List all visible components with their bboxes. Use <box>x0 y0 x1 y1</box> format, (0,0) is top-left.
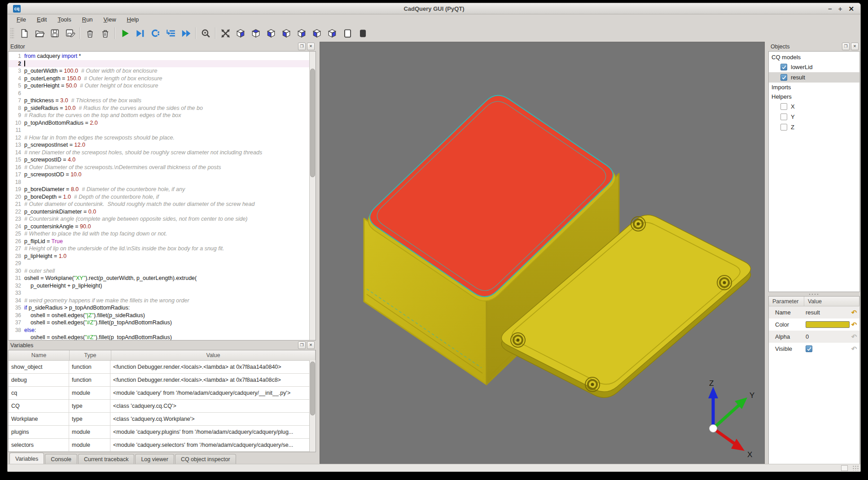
code-line[interactable]: 29 <box>9 260 310 267</box>
tab-log-viewer[interactable]: Log viewer <box>135 454 174 464</box>
code-line[interactable]: 2 <box>9 60 310 68</box>
code-line[interactable]: 31oshell = Workplane("XY").rect(p_outerW… <box>9 275 310 282</box>
menu-help[interactable]: Help <box>123 15 144 24</box>
new-file-button[interactable] <box>18 26 31 40</box>
objects-float-button[interactable]: ❐ <box>842 43 850 50</box>
code-line[interactable]: 8p_sideRadius = 10.0 # Radius for the cu… <box>9 105 310 112</box>
clear-button[interactable] <box>83 26 96 40</box>
resize-grip[interactable] <box>852 465 859 471</box>
code-line[interactable]: 5p_outerHeight = 50.0 # Outer height of … <box>9 82 310 90</box>
delete-button[interactable] <box>98 26 112 40</box>
tree-item-x[interactable]: X <box>769 101 859 112</box>
code-line[interactable]: 9# Radius for the curves on the top and … <box>9 112 310 119</box>
tree-group-cq-models[interactable]: CQ models <box>769 52 859 62</box>
splitter-objects-params[interactable] <box>768 292 860 296</box>
code-line[interactable]: 20p_boreDepth = 1.0 # Depth of the count… <box>9 193 310 201</box>
debug-script-button[interactable] <box>133 26 147 40</box>
code-line[interactable]: 21# Outer diameter of countersink. Shoul… <box>9 201 310 208</box>
code-line[interactable]: 13p_screwpostInset = 12.0 <box>9 141 310 149</box>
editor-close-button[interactable]: ✕ <box>307 43 315 50</box>
view-front-button[interactable] <box>280 26 293 40</box>
view-iso-button[interactable] <box>234 26 247 40</box>
toolbar-drag-handle[interactable] <box>10 27 14 39</box>
table-row[interactable]: debugfunction<function Debugger.render.<… <box>9 374 316 387</box>
maximize-button[interactable]: + <box>838 5 842 12</box>
param-column-parameter[interactable]: Parameter <box>769 297 804 306</box>
code-line[interactable]: 3p_outerWidth = 100.0 # Outer width of b… <box>9 67 310 75</box>
variables-scrollbar-thumb[interactable] <box>310 362 315 415</box>
shaded-mode-button[interactable] <box>356 26 369 40</box>
checkbox-y[interactable] <box>780 113 787 120</box>
objects-close-button[interactable]: ✕ <box>851 43 859 50</box>
code-line[interactable]: 10p_topAndBottomRadius = 2.0 <box>9 119 310 127</box>
code-line[interactable]: 38else: <box>9 327 310 334</box>
continue-button[interactable] <box>179 26 193 40</box>
fit-all-button[interactable] <box>219 26 232 40</box>
variables-close-button[interactable]: ✕ <box>307 341 315 349</box>
close-button[interactable]: ✕ <box>848 5 854 12</box>
view-back-button[interactable] <box>295 26 308 40</box>
table-row[interactable]: Planetype<class 'cadquery.occ_impl.geom.… <box>9 452 316 452</box>
code-line[interactable]: 36 oshell = oshell.edges("|Z").fillet(p_… <box>9 312 310 319</box>
code-line[interactable]: 26p_flipLid = True <box>9 238 310 245</box>
open-file-button[interactable] <box>33 26 46 40</box>
editor-scrollbar[interactable] <box>309 52 316 340</box>
code-line[interactable]: 28p_lipHeight = 1.0 <box>9 253 310 260</box>
code-lines[interactable]: 1from cadquery import *23p_outerWidth = … <box>9 52 310 340</box>
undo-button[interactable]: ↶ <box>850 345 859 353</box>
tree-item-lowerlid[interactable]: lowerLid <box>769 62 859 72</box>
checkbox-result[interactable] <box>780 74 787 81</box>
code-line[interactable]: 25# Whether to place the lid with the to… <box>9 230 310 238</box>
view-left-button[interactable] <box>310 26 324 40</box>
code-line[interactable]: 14# nner Diameter of the screwpost holes… <box>9 149 310 157</box>
code-line[interactable]: 32 p_outerHeight + p_lipHeight) <box>9 282 310 290</box>
code-line[interactable]: 15p_screwpostID = 4.0 <box>9 156 310 164</box>
checkbox-x[interactable] <box>780 103 787 110</box>
code-line[interactable]: 17p_screwpostOD = 10.0 <box>9 171 310 179</box>
param-column-value[interactable]: Value <box>804 297 859 306</box>
code-line[interactable]: 27# Height of lip on the underside of th… <box>9 245 310 253</box>
menu-run[interactable]: Run <box>78 15 97 24</box>
view-top-button[interactable] <box>249 26 263 40</box>
menu-tools[interactable]: Tools <box>53 15 75 24</box>
code-editor[interactable]: 1from cadquery import *23p_outerWidth = … <box>8 51 316 340</box>
undo-button[interactable]: ↶ <box>850 320 859 329</box>
undo-button[interactable]: ↶ <box>850 332 859 341</box>
table-row[interactable]: pluginsmodule<module 'cadquery.plugins' … <box>9 426 316 439</box>
code-line[interactable]: 16# Outer Diameter of the screwposts.\nD… <box>9 164 310 171</box>
table-row[interactable]: CQtype<class 'cadquery.cq.CQ'> <box>9 400 316 413</box>
param-value-text[interactable]: result <box>806 309 820 316</box>
tree-group-helpers[interactable]: Helpers <box>769 92 859 101</box>
tab-current-traceback[interactable]: Current traceback <box>78 454 134 464</box>
tree-item-result[interactable]: result <box>769 72 859 83</box>
code-line[interactable]: 18 <box>9 179 310 186</box>
param-value-text[interactable]: 0 <box>806 333 809 340</box>
tab-console[interactable]: Console <box>45 454 77 464</box>
splitter-left[interactable] <box>316 42 320 464</box>
variables-float-button[interactable]: ❐ <box>298 341 306 349</box>
code-line[interactable]: oshell = oshell.edges("#Z").fillet(p_top… <box>9 334 310 340</box>
save-as-button[interactable] <box>63 26 77 40</box>
table-row[interactable]: selectorsmodule<module 'cadquery.selecto… <box>9 439 316 452</box>
step-into-button[interactable] <box>164 26 177 40</box>
color-swatch[interactable] <box>806 321 850 328</box>
view-right-button[interactable] <box>325 26 339 40</box>
column-header-name[interactable]: Name <box>9 350 70 360</box>
code-line[interactable]: 7p_thickness = 3.0 # Thickness of the bo… <box>9 97 310 105</box>
editor-float-button[interactable]: ❐ <box>298 43 306 50</box>
view-bottom-button[interactable] <box>264 26 278 40</box>
editor-scrollbar-thumb[interactable] <box>310 69 315 177</box>
tree-item-z[interactable]: Z <box>769 122 859 132</box>
menu-file[interactable]: File <box>12 15 31 24</box>
checkbox-lowerlid[interactable] <box>780 64 787 70</box>
code-line[interactable]: 23# Countersink angle (complete angle be… <box>9 215 310 223</box>
tab-variables[interactable]: Variables <box>9 453 44 464</box>
tree-group-imports[interactable]: Imports <box>769 83 859 92</box>
code-line[interactable]: 6 <box>9 90 310 97</box>
code-line[interactable]: 4p_outerLength = 150.0 # Outer length of… <box>9 75 310 83</box>
code-line[interactable]: 22p_countersinkDiameter = 0.0 <box>9 208 310 216</box>
code-line[interactable]: 35if p_sideRadius > p_topAndBottomRadius… <box>9 304 310 312</box>
tab-cq-object-inspector[interactable]: CQ object inspector <box>175 454 236 464</box>
table-row[interactable]: show_objectfunction<function Debugger.re… <box>9 361 316 374</box>
code-line[interactable]: 1from cadquery import * <box>9 52 310 60</box>
